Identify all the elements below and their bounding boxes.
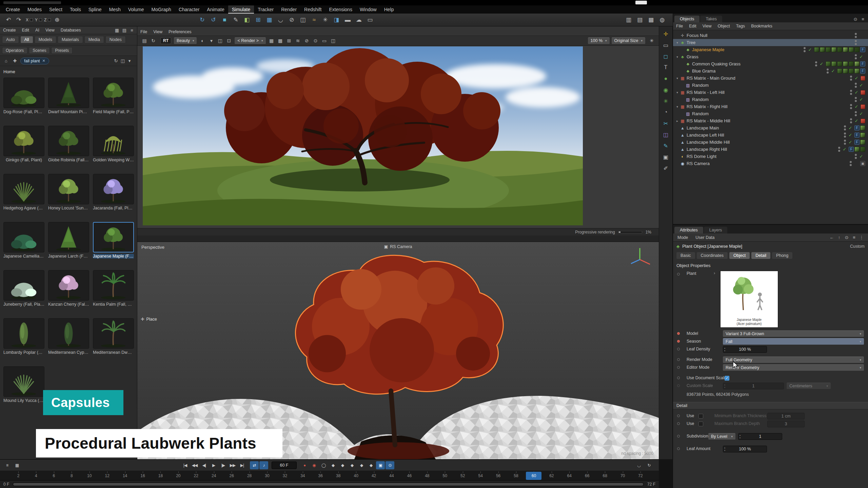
spinner-icon[interactable]: ▴▾ [739, 434, 741, 439]
attr-menu-mode[interactable]: Mode [674, 234, 691, 241]
enabled-check-icon[interactable]: ✓ [842, 147, 847, 152]
use-max-branch-checkbox[interactable] [698, 422, 703, 426]
render-view-icon[interactable]: ▥ [624, 15, 634, 25]
enabled-check-icon[interactable]: ✓ [819, 61, 824, 66]
zoom-select[interactable]: 100 % ▾ [588, 37, 610, 44]
position-key-toggle[interactable]: ◆ [329, 461, 337, 469]
next-key-button[interactable]: ▶▶ [228, 461, 237, 469]
enabled-check-icon[interactable]: ✓ [848, 133, 853, 138]
magnet-tool-icon[interactable]: ◉ [661, 85, 671, 95]
fracture-icon[interactable]: ▦ [264, 15, 274, 25]
expand-arrow-icon[interactable]: ▾ [675, 77, 679, 80]
checker-background-icon[interactable]: ▩ [276, 37, 285, 45]
camera-tool-icon[interactable]: ▣ [661, 152, 671, 162]
refresh-render-icon[interactable]: ↻ [149, 37, 158, 45]
goto-start-button[interactable]: |◀ [181, 461, 190, 469]
magnet-icon[interactable]: ◡ [275, 15, 285, 25]
scale-key-toggle[interactable]: ◆ [338, 461, 347, 469]
asset-item-dog-rose-fall-plant[interactable]: Dog-Rose (Fall, Plant) [3, 78, 44, 114]
season-select[interactable]: Fall▾ [723, 338, 864, 345]
reset-simulation-icon[interactable]: ↺ [208, 15, 218, 25]
tab-layers[interactable]: Layers [704, 227, 728, 233]
range-end-label[interactable]: 72 F [647, 482, 655, 487]
region-render-icon[interactable]: ⊡ [224, 37, 233, 45]
leaf-amount-input[interactable]: ▴▾100 % [723, 446, 767, 452]
channel-dropdown-icon[interactable]: ▾ [207, 37, 216, 45]
object-row-blue-grama[interactable]: ♣Blue Grama✓F [673, 67, 868, 75]
menubar-item-render[interactable]: Render [277, 5, 300, 14]
list-icon[interactable]: ≡ [850, 234, 858, 241]
object-row-landscape-main[interactable]: ▲Landscape Main✓F [673, 124, 868, 131]
render-to-picture-viewer-icon[interactable]: ▤ [635, 15, 645, 25]
stage-icon[interactable]: ▭ [365, 15, 375, 25]
expand-arrow-icon[interactable]: ▾ [675, 105, 679, 108]
denoise-icon[interactable]: ≋ [294, 37, 302, 45]
field-tag-icon[interactable]: F [860, 61, 865, 66]
attr-tab-object[interactable]: Object [729, 252, 750, 259]
tab-attributes[interactable]: Attributes [674, 227, 703, 233]
enabled-check-icon[interactable]: ✓ [859, 111, 864, 116]
current-frame-input[interactable]: 60 F [272, 462, 297, 469]
snapshot-icon[interactable]: ◫ [216, 37, 224, 45]
timeline-scrubber[interactable]: 60 [526, 472, 541, 480]
enabled-check-icon[interactable]: ✓ [807, 47, 813, 52]
field-tag-icon[interactable]: F [860, 68, 865, 74]
detail-section-header[interactable]: Detail [673, 402, 868, 409]
material-swatch[interactable] [831, 61, 836, 66]
asset-item-juneberry-fall-plant[interactable]: Juneberry (Fall, Plant) [3, 270, 44, 307]
move-tool-icon[interactable]: ✛ [661, 29, 671, 39]
cube-primitive-icon[interactable]: ■ [219, 15, 230, 25]
visibility-dots[interactable] [850, 161, 852, 166]
material-swatch[interactable] [843, 47, 848, 52]
y-axis-toggle[interactable]: Y [35, 15, 42, 25]
keyframe-dot[interactable] [677, 377, 680, 379]
field-tag-icon[interactable]: F [854, 133, 860, 138]
filter-tab-nodes[interactable]: Nodes [105, 36, 126, 43]
snap-toggle-icon[interactable]: ◡ [634, 461, 643, 469]
up-icon[interactable]: ↑ [835, 234, 843, 241]
om-menu-view[interactable]: View [699, 22, 715, 30]
asset-item-lombardy-poplar-fall[interactable]: Lombardy Poplar (Fall... [3, 318, 44, 355]
om-menu-object[interactable]: Object [715, 22, 733, 30]
gear-tool-icon[interactable]: ✳ [661, 96, 671, 106]
field-tag-icon[interactable]: F [849, 147, 854, 152]
visibility-dots[interactable] [850, 76, 852, 81]
next-frame-button[interactable]: |▶ [219, 461, 228, 469]
menubar-item-mograph[interactable]: MoGraph [148, 5, 175, 14]
object-row-landscape-right-hill[interactable]: ▲Landscape Right Hill✓F [673, 146, 868, 153]
material-swatch[interactable] [854, 61, 860, 66]
menubar-item-window[interactable]: Window [356, 5, 380, 14]
assets-menu-databases[interactable]: Databases [58, 26, 84, 34]
redshift-matrix-icon[interactable] [861, 90, 865, 95]
keyframe-dot[interactable] [677, 273, 680, 276]
asset-item-hedgehog-agave-fall[interactable]: Hedgehog Agave (Fall... [3, 174, 44, 210]
object-row-rs-dome-light[interactable]: ◐RS Dome Light✓ [673, 153, 868, 160]
object-row-landscape-left-hill[interactable]: ▲Landscape Left Hill✓F [673, 131, 868, 139]
om-menu-tags[interactable]: Tags [733, 22, 748, 30]
mirror-tool-icon[interactable]: ◫ [661, 130, 671, 139]
sky-icon[interactable]: ☁ [354, 15, 364, 25]
panel-menu-icon[interactable]: ≡ [128, 27, 136, 34]
viewport-view-menu[interactable]: Perspective [141, 245, 164, 250]
material-swatch[interactable] [826, 47, 831, 52]
material-swatch[interactable] [849, 68, 854, 74]
save-image-icon[interactable]: ▤ [140, 37, 149, 45]
menubar-item-mesh[interactable]: Mesh [105, 5, 124, 14]
visibility-dots[interactable] [850, 118, 852, 123]
menubar-item-character[interactable]: Character [175, 5, 203, 14]
material-swatch[interactable] [860, 125, 865, 130]
renderview-menu-preferences[interactable]: Preferences [165, 28, 194, 36]
asset-item-mediterranean-dwarf[interactable]: Mediterranean Dwarf ... [93, 318, 134, 355]
custom-preset-label[interactable]: Custom [850, 244, 865, 249]
clear-filter-icon[interactable]: ✕ [42, 59, 45, 63]
enabled-check-icon[interactable]: ✓ [859, 54, 864, 59]
filter-tab-materials[interactable]: Materials [58, 36, 83, 43]
keyframe-dot[interactable] [677, 435, 680, 438]
pla-key-toggle[interactable]: ◆ [367, 461, 375, 469]
object-row-grass[interactable]: ▾♣Grass✓ [673, 53, 868, 60]
menubar-item-extensions[interactable]: Extensions [325, 5, 356, 14]
marquee-select-icon[interactable]: ▭ [661, 40, 671, 50]
viewport-camera-label[interactable]: RS Camera [390, 244, 412, 249]
use-min-branch-checkbox[interactable] [698, 414, 703, 419]
enabled-check-icon[interactable]: ✓ [859, 154, 864, 159]
